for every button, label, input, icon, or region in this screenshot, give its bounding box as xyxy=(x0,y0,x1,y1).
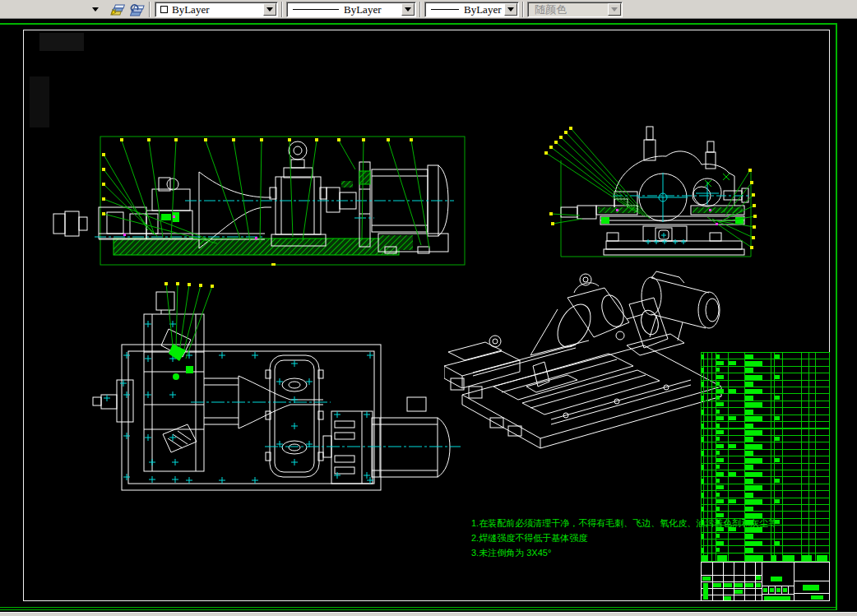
toolbar-separator xyxy=(522,2,524,17)
status-strip xyxy=(0,612,857,616)
side-view-drawing xyxy=(543,123,765,267)
color-combo-value: ByLayer xyxy=(172,3,209,16)
sheet-border-bottom2 xyxy=(0,609,837,610)
parts-table-body xyxy=(701,352,830,553)
ghost-artifact xyxy=(39,33,84,51)
linetype-combo-arrow[interactable] xyxy=(401,3,415,16)
chevron-down-icon xyxy=(405,7,411,12)
properties-toolbar: ByLayer ByLayer ByLayer 随颜色 xyxy=(0,0,857,19)
front-view-drawing xyxy=(49,115,469,280)
plan-view-drawing xyxy=(90,280,461,506)
drawing-canvas[interactable]: 1.在装配前必须清理干净，不得有毛刺、飞边、氧化皮、油污着色剂和灰尘等 2.焊缝… xyxy=(0,19,857,612)
lineweight-combo[interactable]: ByLayer xyxy=(424,2,519,17)
linetype-combo-value: ByLayer xyxy=(344,3,381,16)
ghost-artifact xyxy=(30,76,49,127)
layer-previous-button[interactable] xyxy=(127,1,146,18)
toolbar-separator xyxy=(419,2,421,17)
color-combo[interactable]: ByLayer xyxy=(155,2,278,17)
lineweight-combo-arrow[interactable] xyxy=(504,3,517,16)
parts-table xyxy=(701,352,830,601)
layers-arrow-icon xyxy=(110,3,125,16)
title-block xyxy=(701,562,830,601)
sheet-border-right xyxy=(836,23,837,610)
sheet-border-bottom xyxy=(0,607,837,608)
chevron-down-icon xyxy=(92,7,99,12)
linetype-combo[interactable]: ByLayer xyxy=(286,2,416,17)
chevron-down-icon xyxy=(611,7,618,12)
toolbar-separator xyxy=(149,2,151,17)
plotstyle-combo: 随颜色 xyxy=(527,2,623,17)
isometric-view-drawing xyxy=(444,263,728,456)
linetype-glyph-icon xyxy=(293,9,339,10)
parts-table-header xyxy=(701,553,830,562)
chevron-down-icon xyxy=(507,7,514,12)
layers-undo-icon xyxy=(130,3,145,16)
color-swatch-icon xyxy=(160,6,168,13)
lineweight-combo-value: ByLayer xyxy=(464,3,501,16)
sheet-border-top xyxy=(0,23,837,25)
color-combo-arrow[interactable] xyxy=(263,3,276,16)
toolbar-separator xyxy=(281,2,283,17)
make-object-layer-current-button[interactable] xyxy=(108,1,127,18)
chevron-down-icon xyxy=(266,7,273,12)
lineweight-glyph-icon xyxy=(431,9,459,10)
layer-combo-arrow[interactable] xyxy=(88,2,102,16)
plotstyle-combo-arrow xyxy=(608,3,621,16)
plotstyle-combo-value: 随颜色 xyxy=(535,2,567,17)
